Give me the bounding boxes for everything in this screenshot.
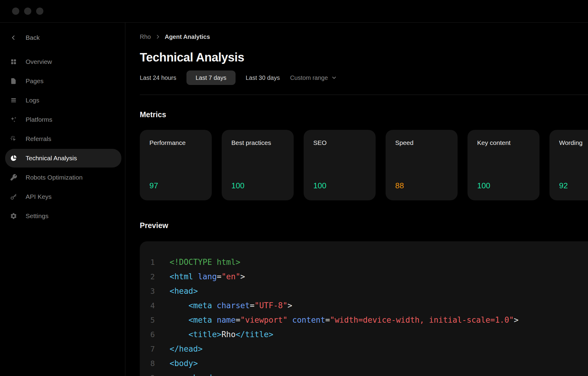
- line-number: 5: [140, 316, 155, 324]
- sidebar-item-api-keys[interactable]: API Keys: [5, 187, 121, 206]
- metric-card-speed: Speed 88: [386, 130, 458, 200]
- time-range-tab-label: Last 24 hours: [140, 74, 176, 81]
- time-range-tab-last-7-days[interactable]: Last 7 days: [186, 70, 235, 85]
- metrics-heading: Metrics: [140, 110, 588, 119]
- sidebar-item-technical-analysis[interactable]: Technical Analysis: [5, 149, 121, 168]
- sidebar-nav: Overview Pages Logs Platforms Referrals …: [5, 52, 121, 225]
- window-minimize-button[interactable]: [24, 8, 31, 15]
- metric-card-performance: Performance 97: [140, 130, 212, 200]
- code-line: 7 </head>: [140, 342, 588, 356]
- window-close-button[interactable]: [12, 8, 19, 15]
- code-line: 4 <meta charset="UTF-8">: [140, 298, 588, 313]
- list-icon: [10, 97, 17, 104]
- metric-cards: Performance 97 Best practices 100 SEO 10…: [140, 130, 588, 200]
- code-text: <meta charset="UTF-8">: [170, 301, 292, 310]
- line-number: 1: [140, 258, 155, 267]
- sidebar-item-label: Robots Optimization: [26, 174, 83, 181]
- code-text: <meta name="viewport" content="width=dev…: [170, 315, 518, 324]
- traffic-light-buttons: [12, 8, 43, 15]
- chevron-right-icon: [155, 34, 161, 39]
- line-number: 4: [140, 301, 155, 310]
- sidebar-item-platforms[interactable]: Platforms: [5, 110, 121, 129]
- code-line: 3 <head>: [140, 284, 588, 298]
- key-icon: [10, 193, 17, 200]
- code-text: <head>: [170, 287, 198, 296]
- cursor-click-icon: [10, 135, 17, 143]
- code-line: 8 <body>: [140, 356, 588, 371]
- metric-card-label: Performance: [149, 139, 202, 146]
- sidebar-item-label: Referrals: [26, 135, 51, 143]
- code-text: </head>: [170, 344, 203, 353]
- metric-card-best-practices: Best practices 100: [222, 130, 294, 200]
- code-line: 9 <header>: [140, 371, 588, 376]
- breadcrumb-root[interactable]: Rho: [140, 33, 151, 40]
- window-titlebar: [0, 0, 588, 23]
- line-number: 7: [140, 345, 155, 353]
- breadcrumb-current: Agent Analytics: [165, 33, 210, 40]
- metric-card-wording: Wording 92: [549, 130, 588, 200]
- code-text: <!DOCTYPE html>: [170, 258, 240, 267]
- back-button[interactable]: Back: [5, 28, 121, 47]
- metric-card-label: Wording: [559, 139, 588, 146]
- chevron-down-icon: [331, 75, 337, 81]
- metric-card-value: 97: [149, 181, 202, 190]
- sidebar-item-label: Logs: [26, 97, 39, 104]
- pie-chart-icon: [10, 155, 17, 162]
- chevron-left-icon: [10, 34, 17, 41]
- metric-card-value: 92: [559, 181, 588, 190]
- metric-card-value: 100: [231, 181, 284, 190]
- code-line: 6 <title>Rho</title>: [140, 327, 588, 342]
- sidebar-item-label: API Keys: [26, 193, 52, 200]
- code-text: <html lang="en">: [170, 272, 245, 281]
- line-number: 2: [140, 272, 155, 281]
- sparkles-icon: [10, 116, 17, 123]
- sidebar-item-pages[interactable]: Pages: [5, 72, 121, 90]
- gear-icon: [10, 212, 17, 220]
- preview-heading: Preview: [140, 221, 588, 230]
- sidebar-item-logs[interactable]: Logs: [5, 91, 121, 110]
- metric-card-label: Speed: [395, 139, 448, 146]
- grid-icon: [10, 58, 17, 65]
- sidebar-item-settings[interactable]: Settings: [5, 207, 121, 225]
- sidebar-item-label: Platforms: [26, 116, 52, 123]
- back-label: Back: [26, 34, 40, 41]
- window-zoom-button[interactable]: [36, 8, 43, 15]
- file-icon: [10, 77, 17, 85]
- metric-card-label: Key content: [477, 139, 530, 146]
- metric-card-value: 88: [395, 181, 448, 190]
- line-number: 6: [140, 330, 155, 339]
- app-window: Back Overview Pages Logs Platforms Refer…: [0, 0, 588, 376]
- sidebar-item-label: Settings: [26, 212, 48, 220]
- code-line: 2 <html lang="en">: [140, 269, 588, 284]
- line-number: 8: [140, 359, 155, 368]
- code-preview-panel: 1 <!DOCTYPE html> 2 <html lang="en"> 3 <…: [140, 241, 588, 376]
- wrench-icon: [10, 174, 17, 181]
- metric-card-seo: SEO 100: [304, 130, 376, 200]
- line-number: 9: [140, 374, 155, 376]
- line-number: 3: [140, 287, 155, 296]
- metric-card-label: Best practices: [231, 139, 284, 146]
- code-line: 1 <!DOCTYPE html>: [140, 255, 588, 269]
- time-range-tab-custom-range[interactable]: Custom range: [290, 70, 337, 85]
- sidebar-item-label: Technical Analysis: [26, 155, 77, 162]
- sidebar: Back Overview Pages Logs Platforms Refer…: [0, 23, 125, 376]
- metric-card-key-content: Key content 100: [468, 130, 540, 200]
- tabs-divider: [140, 95, 588, 95]
- time-range-tabs: Last 24 hours Last 7 days Last 30 days C…: [140, 70, 588, 85]
- sidebar-item-overview[interactable]: Overview: [5, 52, 121, 71]
- code-text: <body>: [170, 359, 198, 368]
- breadcrumb: Rho Agent Analytics: [140, 33, 588, 41]
- sidebar-item-robots-optimization[interactable]: Robots Optimization: [5, 168, 121, 187]
- metric-card-value: 100: [477, 181, 530, 190]
- metric-card-label: SEO: [313, 139, 366, 146]
- main-content: Rho Agent Analytics Technical Analysis L…: [125, 23, 588, 376]
- sidebar-item-label: Overview: [26, 58, 52, 65]
- code-text: <header>: [170, 373, 226, 376]
- time-range-tab-label: Custom range: [290, 74, 328, 81]
- time-range-tab-last-30-days[interactable]: Last 30 days: [246, 70, 280, 85]
- time-range-tab-last-24-hours[interactable]: Last 24 hours: [140, 70, 176, 85]
- code-line: 5 <meta name="viewport" content="width=d…: [140, 313, 588, 327]
- time-range-tab-label: Last 30 days: [246, 74, 280, 81]
- sidebar-item-referrals[interactable]: Referrals: [5, 130, 121, 148]
- sidebar-item-label: Pages: [26, 77, 44, 85]
